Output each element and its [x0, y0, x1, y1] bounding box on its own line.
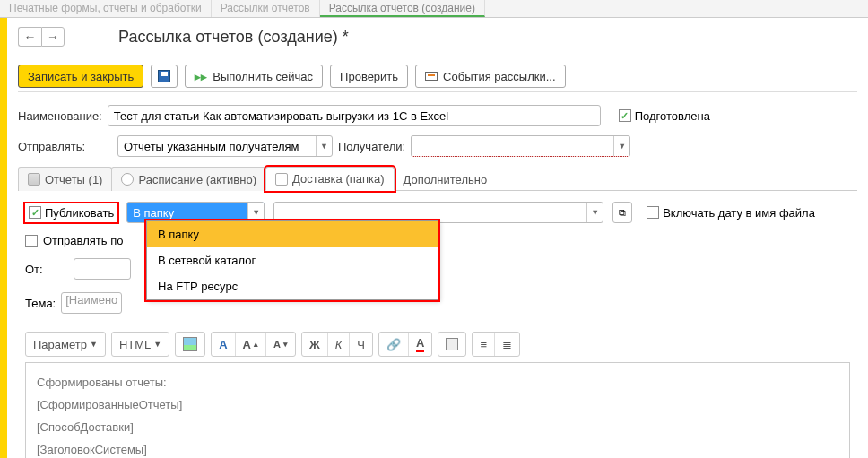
- include-date-checkbox[interactable]: Включать дату в имя файла: [647, 206, 815, 220]
- param-button[interactable]: Параметр▼: [26, 333, 105, 356]
- from-input[interactable]: [74, 258, 131, 280]
- open-external-button[interactable]: ⧉: [612, 202, 632, 223]
- checkbox-icon: ✓: [29, 206, 41, 219]
- body-line: [СпособДоставки]: [37, 420, 838, 434]
- font-grow-button[interactable]: A▴: [235, 333, 265, 356]
- editor-body[interactable]: Сформированы отчеты: [СформированныеОтче…: [25, 362, 850, 458]
- italic-button[interactable]: К: [327, 333, 350, 356]
- subject-label: Тема:: [25, 297, 56, 310]
- events-button[interactable]: События рассылки...: [415, 65, 565, 88]
- report-icon: [28, 173, 40, 186]
- publish-label: Публиковать: [45, 206, 114, 220]
- font-color-button[interactable]: A: [212, 333, 234, 356]
- send-dropdown[interactable]: Отчеты указанным получателям ▼: [117, 135, 333, 157]
- prepared-checkbox[interactable]: ✓ Подготовлена: [619, 109, 710, 123]
- send-value: Отчеты указанным получателям: [118, 140, 316, 153]
- calc-button[interactable]: [438, 333, 465, 356]
- save-button[interactable]: [151, 65, 178, 88]
- bullet-list-button[interactable]: ≡: [473, 333, 494, 356]
- calc-icon: [446, 338, 458, 350]
- underline-button[interactable]: Ч: [349, 333, 372, 356]
- checkbox-icon: ✓: [619, 109, 631, 122]
- send-label: Отправлять:: [18, 140, 112, 153]
- recipients-label: Получатели:: [338, 140, 405, 153]
- body-line: Сформированы отчеты:: [37, 376, 838, 389]
- chevron-down-icon[interactable]: ▼: [316, 136, 332, 156]
- chevron-down-icon[interactable]: ▼: [247, 203, 264, 222]
- image-button[interactable]: [176, 333, 204, 356]
- tab-body: ✓ Публиковать В папку ▼ ▼ ⧉ Включать дат…: [18, 191, 857, 458]
- top-tabs: Печатные формы, отчеты и обработки Рассы…: [0, 0, 868, 18]
- number-list-button[interactable]: ≣: [494, 333, 519, 356]
- option-network[interactable]: В сетевой каталог: [147, 247, 438, 273]
- events-icon: [425, 72, 438, 81]
- nav-forward-button[interactable]: →: [41, 27, 65, 47]
- option-ftp[interactable]: На FTP ресурс: [147, 273, 438, 299]
- chevron-down-icon[interactable]: ▼: [586, 203, 603, 222]
- highlight-button[interactable]: A: [408, 333, 431, 356]
- editor-toolbar: Параметр▼ HTML▼ A A▴ A▾ Ж К Ч A ≡ ≣: [25, 332, 850, 357]
- name-input[interactable]: [108, 105, 601, 126]
- tab-delivery[interactable]: Доставка (папка): [265, 167, 395, 191]
- body-line: [СформированныеОтчеты]: [37, 398, 838, 411]
- link-button[interactable]: [379, 333, 408, 356]
- run-now-button[interactable]: ▸▸Выполнить сейчас: [185, 65, 323, 88]
- top-tab-forms[interactable]: Печатные формы, отчеты и обработки: [0, 0, 212, 17]
- link-icon: [386, 338, 401, 351]
- tab-extra[interactable]: Дополнительно: [394, 167, 498, 191]
- prepared-label: Подготовлена: [635, 109, 710, 123]
- tab-schedule[interactable]: Расписание (активно): [111, 167, 266, 191]
- chevron-down-icon[interactable]: ▼: [613, 136, 629, 156]
- checkbox-icon: [647, 206, 659, 219]
- bold-button[interactable]: Ж: [302, 333, 327, 356]
- option-folder[interactable]: В папку: [147, 221, 438, 247]
- folder-options-list: В папку В сетевой каталог На FTP ресурс: [146, 220, 438, 300]
- name-label: Наименование:: [18, 109, 102, 123]
- subject-input[interactable]: [Наимено: [61, 292, 122, 314]
- send-file-label: Отправлять по: [43, 234, 123, 247]
- toolbar: Записать и закрыть ▸▸Выполнить сейчас Пр…: [18, 61, 857, 92]
- check-button[interactable]: Проверить: [330, 65, 408, 88]
- send-file-checkbox[interactable]: [25, 235, 38, 247]
- save-icon: [158, 70, 170, 82]
- schedule-icon: [121, 173, 134, 186]
- html-button[interactable]: HTML▼: [112, 333, 169, 356]
- image-icon: [183, 337, 197, 351]
- tabs: Отчеты (1) Расписание (активно) Доставка…: [18, 166, 857, 191]
- folder-value: В папку: [127, 206, 247, 220]
- include-date-label: Включать дату в имя файла: [663, 206, 815, 220]
- save-close-button[interactable]: Записать и закрыть: [18, 65, 143, 88]
- publish-checkbox[interactable]: ✓ Публиковать: [25, 203, 117, 222]
- top-tab-create[interactable]: Рассылка отчетов (создание): [320, 0, 485, 17]
- page-title: Рассылка отчетов (создание) *: [118, 28, 349, 47]
- play-icon: ▸▸: [195, 70, 207, 83]
- font-shrink-button[interactable]: A▾: [265, 333, 295, 356]
- highlight-icon: A: [416, 336, 424, 352]
- top-tab-mailings[interactable]: Рассылки отчетов: [212, 0, 320, 17]
- nav-back-button[interactable]: ←: [18, 27, 41, 47]
- recipients-dropdown[interactable]: ▼: [411, 135, 630, 157]
- tab-reports[interactable]: Отчеты (1): [18, 167, 112, 191]
- body-line: [ЗаголовокСистемы]: [37, 443, 838, 456]
- delivery-icon: [275, 173, 288, 186]
- modified-strip: [0, 18, 7, 458]
- from-label: От:: [25, 263, 68, 276]
